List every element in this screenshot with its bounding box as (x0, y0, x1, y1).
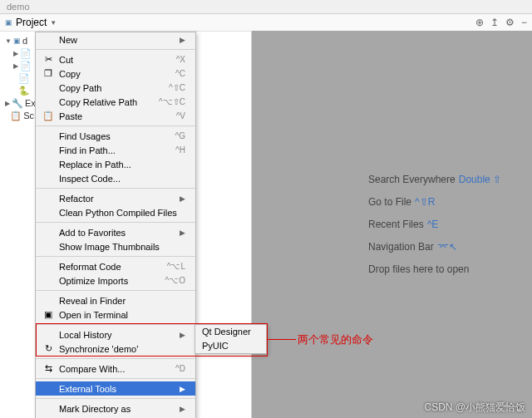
submenu-pyuic[interactable]: PyUIC (195, 339, 266, 353)
watermark: CSDN @小熊猫爱恰饭 (424, 401, 525, 415)
menu-clean[interactable]: Clean Python Compiled Files (36, 205, 195, 219)
copy-icon: ❐ (42, 68, 54, 79)
menu-mark-dir[interactable]: Mark Directory as▶ (36, 401, 195, 416)
menu-history[interactable]: Local History▶ (36, 327, 195, 342)
menu-find-usages[interactable]: Find Usages^G (36, 129, 195, 143)
search-shortcut: Double ⇧ (459, 174, 501, 185)
window-title: demo (0, 0, 532, 14)
project-toolbar: ▣ Project ▼ ⊕ ↥ ⚙ − (0, 14, 532, 32)
goto-shortcut: ^⇧R (415, 196, 435, 208)
sync-icon: ↻ (42, 343, 54, 354)
search-hint: Search Everywhere (368, 174, 456, 185)
collapse-icon[interactable]: ↥ (490, 17, 499, 28)
compare-icon: ⇆ (42, 363, 54, 374)
paste-icon: 📋 (42, 111, 54, 121)
menu-reformat[interactable]: Reformat Code^⌥L (36, 259, 195, 273)
context-menu: New▶ ✂Cut^X ❐Copy^C Copy Path^⇧C Copy Re… (35, 32, 196, 418)
welcome-panel: Search Everywhere Double ⇧ Go to File ^⇧… (252, 31, 532, 418)
menu-cut[interactable]: ✂Cut^X (36, 52, 195, 66)
menu-reveal[interactable]: Reveal in Finder (36, 293, 195, 307)
project-label[interactable]: Project (16, 17, 47, 28)
annotation-text: 两个常见的命令 (298, 332, 373, 347)
menu-compare[interactable]: ⇆Compare With...^D (36, 361, 195, 376)
terminal-icon: ▣ (42, 309, 54, 320)
menu-terminal[interactable]: ▣Open in Terminal (36, 307, 195, 322)
menu-new[interactable]: New▶ (36, 32, 195, 47)
nav-hint: Navigation Bar (368, 241, 434, 253)
target-icon[interactable]: ⊕ (475, 17, 484, 28)
goto-hint: Go to File (368, 196, 411, 208)
gear-icon[interactable]: ⚙ (505, 17, 515, 28)
chevron-down-icon[interactable]: ▼ (50, 19, 57, 27)
drop-hint: Drop files here to open (368, 263, 469, 275)
menu-inspect[interactable]: Inspect Code... (36, 171, 195, 185)
menu-copy[interactable]: ❐Copy^C (36, 66, 195, 81)
external-tools-submenu: Qt Designer PyUIC (195, 324, 267, 354)
menu-refactor[interactable]: Refactor▶ (36, 191, 195, 205)
menu-find-in-path[interactable]: Find in Path...^H (36, 143, 195, 157)
menu-external-tools[interactable]: External Tools▶ (36, 381, 195, 396)
menu-optimize[interactable]: Optimize Imports^⌥O (36, 273, 195, 288)
annotation-line (268, 339, 296, 340)
scissors-icon: ✂ (42, 54, 54, 65)
nav-shortcut: ⌤↖ (437, 241, 457, 253)
recent-hint: Recent Files (368, 219, 424, 230)
project-icon: ▣ (5, 18, 12, 27)
recent-shortcut: ^E (427, 219, 439, 230)
hide-icon[interactable]: − (521, 17, 527, 28)
menu-sync[interactable]: ↻Synchronize 'demo' (36, 342, 195, 356)
menu-copy-rel[interactable]: Copy Relative Path^⌥⇧C (36, 95, 195, 109)
menu-paste[interactable]: 📋Paste^V (36, 109, 195, 123)
submenu-qt-designer[interactable]: Qt Designer (195, 325, 266, 339)
menu-replace-in-path[interactable]: Replace in Path... (36, 157, 195, 171)
menu-thumbs[interactable]: Show Image Thumbnails (36, 239, 195, 253)
menu-add-fav[interactable]: Add to Favorites▶ (36, 225, 195, 239)
menu-copy-path[interactable]: Copy Path^⇧C (36, 81, 195, 95)
